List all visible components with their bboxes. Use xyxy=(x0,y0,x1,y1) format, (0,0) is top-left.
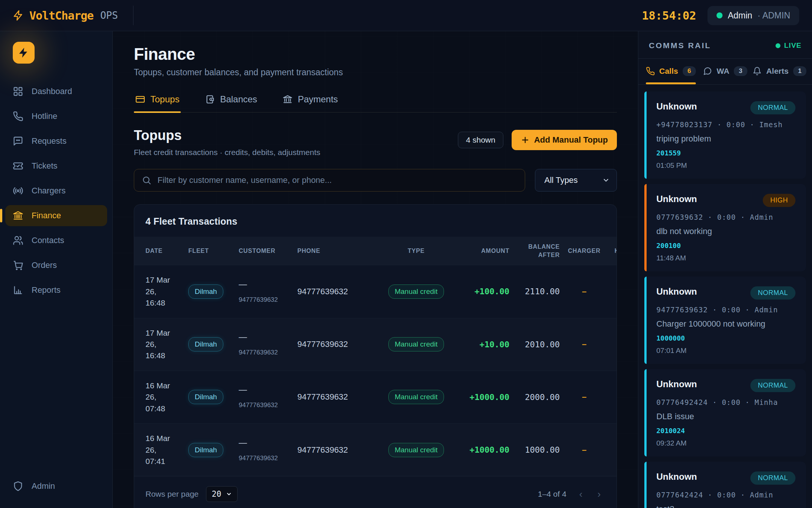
sidebar-item-admin[interactable]: Admin xyxy=(5,476,107,497)
comms-tab-count: 3 xyxy=(734,66,747,76)
people-icon xyxy=(13,235,23,246)
brand-suffix: OPS xyxy=(100,10,118,21)
filter-search-input[interactable] xyxy=(158,175,517,185)
sidebar-item-dashboard[interactable]: Dashboard xyxy=(5,81,107,102)
fleet-badge: Dilmah xyxy=(188,337,223,351)
sidebar-item-requests[interactable]: Requests xyxy=(5,131,107,152)
dashboard-icon xyxy=(13,86,23,97)
comms-tab-calls[interactable]: Calls 6 xyxy=(644,59,698,84)
sidebar-item-chargers[interactable]: Chargers xyxy=(5,180,107,201)
cell-amount: +100.00 xyxy=(461,287,509,296)
sidebar-item-label: Dashboard xyxy=(32,87,72,96)
sidebar-item-hotline[interactable]: Hotline xyxy=(5,106,107,127)
comms-tab-count: 1 xyxy=(793,66,806,76)
comms-tab-alerts[interactable]: Alerts 1 xyxy=(752,59,807,84)
type-filter-select[interactable]: All Types xyxy=(535,169,617,192)
call-card[interactable]: Unknown NORMAL 07776492424 · 0:00 · Minh… xyxy=(644,369,806,456)
sidebar-item-tickets[interactable]: Tickets xyxy=(5,155,107,176)
chevron-down-icon xyxy=(226,491,232,497)
chat-circle-icon xyxy=(703,67,712,76)
caller-name: Unknown xyxy=(656,471,697,482)
comms-rail-title: COMMS RAIL xyxy=(649,41,711,50)
call-card-list: Unknown NORMAL +94778023137 · 0:00 · Ime… xyxy=(638,85,812,508)
sidebar-item-finance[interactable]: Finance xyxy=(5,205,107,226)
fleet-badge: Dilmah xyxy=(188,390,223,404)
cell-customer-username: 94777639632 xyxy=(239,402,292,409)
bank-icon xyxy=(283,94,292,104)
phone-icon xyxy=(646,67,655,76)
type-badge: Manual credit xyxy=(388,284,444,299)
cell-kwh: – xyxy=(609,287,617,297)
call-time: 01:05 PM xyxy=(656,161,795,170)
cell-phone: 94777639632 xyxy=(297,287,371,297)
cell-kwh: – xyxy=(609,339,617,349)
bank-icon xyxy=(13,210,23,221)
cell-balance-after: 2000.00 xyxy=(515,392,560,402)
sidebar-item-label: Requests xyxy=(32,136,67,146)
call-meta: +94778023137 · 0:00 · Imesh xyxy=(656,120,795,129)
table-row[interactable]: 17 Mar 26, 16:48 Dilmah —94777639632 947… xyxy=(134,265,617,318)
sidebar-item-label: Hotline xyxy=(32,111,57,121)
sidebar-item-contacts[interactable]: Contacts xyxy=(5,230,107,251)
add-manual-topup-button[interactable]: Add Manual Topup xyxy=(512,130,617,150)
add-manual-topup-label: Add Manual Topup xyxy=(534,135,608,145)
tab-topups[interactable]: Topups xyxy=(134,94,181,112)
sidebar-item-label: Contacts xyxy=(32,236,64,245)
cell-customer-name: — xyxy=(239,438,292,448)
cell-customer-username: 94777639632 xyxy=(239,349,292,356)
credit-card-icon xyxy=(135,94,145,104)
cell-charger: – xyxy=(565,287,603,297)
cart-icon xyxy=(13,260,23,271)
cell-customer-username: 94777639632 xyxy=(239,455,292,462)
sidebar-item-orders[interactable]: Orders xyxy=(5,255,107,276)
rows-per-page-value: 20 xyxy=(212,490,221,499)
caller-name: Unknown xyxy=(656,379,697,389)
call-card[interactable]: Unknown HIGH 0777639632 · 0:00 · Admin d… xyxy=(644,184,806,271)
call-meta: 0777639632 · 0:00 · Admin xyxy=(656,213,795,221)
next-page-button[interactable]: › xyxy=(595,488,603,500)
phone-icon xyxy=(13,111,23,122)
call-card[interactable]: Unknown NORMAL 0777642424 · 0:00 · Admin… xyxy=(644,462,806,508)
tab-balances[interactable]: Balances xyxy=(203,94,259,112)
rows-per-page-label: Rows per page xyxy=(145,490,198,499)
user-role: · ADMIN xyxy=(757,11,790,21)
col-amount: AMOUNT xyxy=(461,247,509,255)
type-badge: Manual credit xyxy=(388,443,444,457)
prev-page-button[interactable]: ‹ xyxy=(577,488,585,500)
call-card[interactable]: Unknown NORMAL 94777639632 · 0:00 · Admi… xyxy=(644,277,806,364)
sidebar-item-reports[interactable]: Reports xyxy=(5,280,107,301)
plus-icon xyxy=(521,135,530,144)
col-kwh: KWH xyxy=(609,247,617,255)
cell-customer-username: 94777639632 xyxy=(239,296,292,304)
broadcast-icon xyxy=(13,186,23,196)
table-row[interactable]: 17 Mar 26, 16:48 Dilmah —94777639632 947… xyxy=(134,318,617,371)
call-card[interactable]: Unknown NORMAL +94778023137 · 0:00 · Ime… xyxy=(644,91,806,179)
table-row[interactable]: 16 Mar 26, 07:48 Dilmah —94777639632 947… xyxy=(134,371,617,423)
user-badge[interactable]: Admin · ADMIN xyxy=(707,6,799,25)
cell-charger: – xyxy=(565,339,603,349)
bar-chart-icon xyxy=(13,285,23,295)
shield-icon xyxy=(13,481,23,491)
sidebar-item-label: Admin xyxy=(32,481,55,491)
type-filter-value: All Types xyxy=(544,175,578,185)
chevron-down-icon xyxy=(602,176,610,184)
call-time: 07:01 AM xyxy=(656,347,795,355)
sidebar-item-label: Tickets xyxy=(32,161,58,171)
topups-subheading: Fleet credit transactions · credits, deb… xyxy=(134,148,320,157)
tab-payments[interactable]: Payments xyxy=(281,94,339,112)
comms-tab-wa[interactable]: WA 3 xyxy=(698,59,753,84)
transactions-card-title: 4 Fleet Transactions xyxy=(134,205,617,237)
pagination-bar: Rows per page 20 1–4 of 4 ‹ › xyxy=(134,476,617,508)
app-logo[interactable] xyxy=(13,42,35,64)
table-row[interactable]: 16 Mar 26, 07:41 Dilmah —94777639632 947… xyxy=(134,423,617,476)
wallet-icon xyxy=(205,94,215,104)
call-subject: DLB issue xyxy=(656,412,795,421)
rows-per-page-select[interactable]: 20 xyxy=(206,486,237,502)
brand: VoltCharge OPS xyxy=(13,6,133,25)
call-subject: triping problem xyxy=(656,134,795,144)
call-ref: 200100 xyxy=(656,242,795,249)
col-customer: CUSTOMER xyxy=(239,247,292,255)
comms-rail: COMMS RAIL LIVE Calls 6 WA 3 Alerts 1 xyxy=(638,31,812,508)
call-time: 09:32 AM xyxy=(656,439,795,447)
finance-tabs: Topups Balances Payments xyxy=(134,94,617,113)
